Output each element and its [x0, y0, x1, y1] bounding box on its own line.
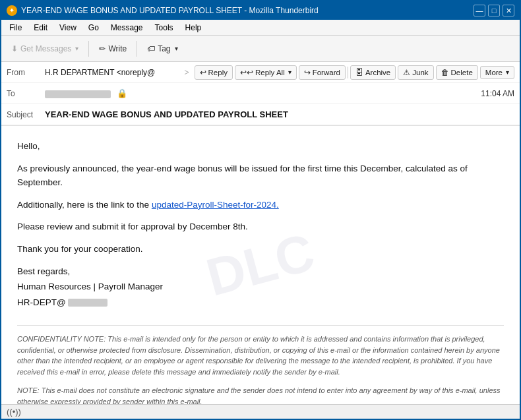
reply-all-button[interactable]: ↩↩ Reply All ▾ — [235, 65, 297, 80]
confidentiality-note: CONFIDENTIALITY NOTE: This e-mail is int… — [17, 325, 504, 404]
toolbar: ⬇ Get Messages ▾ ✏ Write 🏷 Tag ▾ — [1, 36, 520, 62]
menu-message[interactable]: Message — [106, 22, 148, 34]
to-blurred — [45, 90, 111, 98]
junk-button[interactable]: ⚠ Junk — [398, 65, 433, 80]
main-window: ✦ YEAR-END WAGE BONUS AND UPDATED PAYROL… — [0, 0, 521, 420]
from-value: H.R DEPARTMENT <noreply@ — [45, 68, 179, 77]
menu-file[interactable]: File — [4, 22, 27, 34]
junk-icon: ⚠ — [403, 68, 410, 77]
email-body: DLC Hello, As previously announced, the … — [1, 126, 520, 404]
subject-row: Subject YEAR-END WAGE BONUS AND UPDATED … — [1, 104, 520, 125]
reply-icon: ↩ — [200, 68, 206, 77]
app-icon: ✦ — [7, 5, 17, 16]
tag-dropdown-arrow: ▾ — [175, 45, 178, 52]
confidentiality-text-1: CONFIDENTIALITY NOTE: This e-mail is int… — [17, 334, 504, 377]
para2-before: Additionally, here is the link to the — [17, 200, 152, 210]
more-dropdown-arrow: ▾ — [506, 69, 509, 76]
menu-bar: File Edit View Go Message Tools Help — [1, 20, 520, 36]
menu-help[interactable]: Help — [180, 22, 207, 34]
toolbar-separator-2 — [137, 41, 137, 57]
menu-edit[interactable]: Edit — [28, 22, 53, 34]
close-button[interactable]: ✕ — [503, 5, 514, 16]
archive-label: Archive — [365, 69, 390, 76]
title-bar-left: ✦ YEAR-END WAGE BONUS AND UPDATED PAYROL… — [7, 5, 319, 16]
forward-icon: ↪ — [304, 68, 311, 77]
sign-email-blurred — [68, 299, 107, 307]
write-icon: ✏ — [99, 44, 106, 53]
minimize-button[interactable]: — — [474, 5, 485, 16]
confidentiality-text-2: NOTE: This e-mail does not constitute an… — [17, 385, 504, 404]
write-label: Write — [108, 44, 127, 53]
junk-label: Junk — [412, 69, 428, 76]
reply-button[interactable]: ↩ Reply — [195, 65, 233, 80]
from-label: From — [7, 68, 40, 77]
subject-label: Subject — [7, 110, 40, 119]
forward-label: Forward — [313, 69, 340, 76]
sign-email: HR-DEPT@ — [17, 295, 504, 310]
greeting: Hello, — [17, 139, 504, 154]
from-row: From H.R DEPARTMENT <noreply@ > ↩ Reply … — [1, 62, 520, 83]
email-signature: Best regards, Human Resources | Payroll … — [17, 264, 504, 310]
reply-all-icon: ↩↩ — [240, 68, 253, 77]
security-icon: ((•)) — [7, 407, 21, 417]
status-bar: ((•)) — [1, 404, 520, 419]
write-button[interactable]: ✏ Write — [93, 41, 133, 57]
tag-icon: 🏷 — [147, 44, 155, 53]
forward-button[interactable]: ↪ Forward — [299, 65, 346, 80]
get-messages-icon: ⬇ — [11, 44, 18, 53]
action-divider-1 — [348, 67, 348, 78]
archive-button[interactable]: 🗄 Archive — [350, 65, 396, 80]
payroll-link[interactable]: updated-Payroll-Sheet-for-2024. — [152, 200, 279, 210]
to-label: To — [7, 89, 40, 98]
title-bar: ✦ YEAR-END WAGE BONUS AND UPDATED PAYROL… — [1, 1, 520, 20]
sign-closing: Best regards, — [17, 264, 504, 279]
paragraph-1: As previously announced, the year-end wa… — [17, 162, 504, 190]
paragraph-3: Please review and submit it for approval… — [17, 220, 504, 234]
to-row: To 🔒 11:04 AM — [1, 83, 520, 104]
subject-value: YEAR-END WAGE BONUS AND UPDATED PAYROLL … — [45, 109, 514, 119]
reply-all-dropdown: ▾ — [288, 69, 291, 76]
get-messages-dropdown-arrow: ▾ — [75, 45, 78, 52]
more-label: More — [485, 69, 503, 76]
window-title: YEAR-END WAGE BONUS AND UPDATED PAYROLL … — [21, 6, 319, 15]
from-value-suffix: > — [185, 68, 189, 77]
get-messages-button[interactable]: ⬇ Get Messages ▾ — [5, 41, 84, 57]
tag-label: Tag — [158, 44, 170, 53]
encryption-icon: 🔒 — [117, 88, 127, 98]
delete-button[interactable]: 🗑 Delete — [436, 65, 478, 80]
to-value: 🔒 — [45, 88, 470, 98]
sign-title: Human Resources | Payroll Manager — [17, 280, 504, 294]
paragraph-4: Thank you for your cooperation. — [17, 242, 504, 256]
delete-label: Delete — [451, 69, 473, 76]
reply-label: Reply — [208, 69, 228, 76]
menu-tools[interactable]: Tools — [150, 22, 179, 34]
title-bar-controls: — □ ✕ — [474, 5, 514, 16]
email-header: From H.R DEPARTMENT <noreply@ > ↩ Reply … — [1, 62, 520, 126]
timestamp: 11:04 AM — [481, 89, 514, 98]
delete-icon: 🗑 — [441, 68, 449, 77]
reply-all-label: Reply All — [255, 69, 285, 76]
paragraph-2: Additionally, here is the link to the up… — [17, 198, 504, 212]
email-actions: ↩ Reply ↩↩ Reply All ▾ ↪ Forward 🗄 Archi… — [195, 65, 514, 80]
more-button[interactable]: More ▾ — [480, 66, 514, 79]
toolbar-separator-1 — [88, 41, 89, 57]
archive-icon: 🗄 — [355, 68, 363, 77]
tag-button[interactable]: 🏷 Tag ▾ — [141, 41, 183, 57]
get-messages-label: Get Messages — [20, 44, 71, 53]
maximize-button[interactable]: □ — [488, 5, 500, 16]
menu-go[interactable]: Go — [83, 22, 104, 34]
menu-view[interactable]: View — [54, 22, 82, 34]
